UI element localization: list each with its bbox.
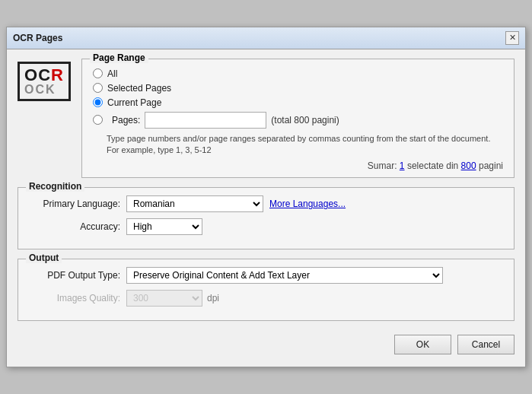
titlebar: OCR Pages ✕ [7,27,525,49]
radio-pages[interactable] [93,115,103,125]
accuracy-label: Accuracy: [29,221,120,232]
dpi-label: dpi [207,293,219,303]
output-section: Output PDF Output Type: Preserve Origina… [18,259,514,321]
sum-total: 800 [461,160,476,171]
radio-all-row: All [93,68,503,79]
close-button[interactable]: ✕ [505,31,519,45]
logo-top: OCR [24,67,64,84]
pages-input[interactable] [145,112,266,129]
radio-all-label[interactable]: All [107,68,117,79]
accuracy-select[interactable]: Low Normal High [126,218,202,235]
sum-middle: selectate din [405,160,461,171]
recognition-section: Recognition Primary Language: Romanian M… [18,187,514,249]
main-body: OCR OCK Page Range All Selected Pages [18,59,514,188]
logo-r: R [51,65,64,84]
page-range-title: Page Range [90,52,148,63]
sum-row: Sumar: 1 selectate din 800 pagini [93,160,503,171]
output-title: Output [26,253,62,263]
radio-selected[interactable] [93,83,103,93]
sum-count: 1 [400,160,405,171]
radio-all[interactable] [93,68,103,78]
hint-text: Type page numbers and/or page ranges sep… [107,133,503,157]
radio-current[interactable] [93,97,103,107]
images-quality-row: Images Quality: 300 dpi [29,290,503,307]
right-content: Page Range All Selected Pages Current Pa… [81,59,514,188]
radio-selected-label[interactable]: Selected Pages [107,83,171,94]
radio-pages-row: Pages: (total 800 pagini) [93,112,503,129]
images-quality-select[interactable]: 300 [126,290,202,307]
dialog: OCR Pages ✕ OCR OCK Page Range All [6,27,526,368]
sum-prefix: Sumar: [368,160,400,171]
dialog-title: OCR Pages [13,33,62,43]
logo-border: OCR OCK [18,62,71,101]
button-row: OK Cancel [18,330,514,357]
sum-suffix: pagini [476,160,503,171]
accuracy-row: Accuracy: Low Normal High [29,218,503,235]
recognition-title: Recognition [26,181,84,192]
primary-language-row: Primary Language: Romanian More Language… [29,195,503,212]
primary-language-select[interactable]: Romanian [126,195,263,212]
primary-language-label: Primary Language: [29,199,120,209]
pdf-output-label: PDF Output Type: [29,270,120,281]
radio-pages-label[interactable]: Pages: [112,115,140,126]
radio-current-row: Current Page [93,97,503,108]
more-languages-link[interactable]: More Languages... [269,199,346,209]
pdf-output-row: PDF Output Type: Preserve Original Conte… [29,267,503,284]
ok-button[interactable]: OK [394,335,451,354]
radio-current-label[interactable]: Current Page [107,97,161,108]
pdf-output-select[interactable]: Preserve Original Content & Add Text Lay… [126,267,443,284]
logo-bottom: OCK [24,84,64,96]
page-range-section: Page Range All Selected Pages Current Pa… [81,59,514,179]
images-quality-label: Images Quality: [29,293,120,303]
pages-total: (total 800 pagini) [271,115,339,126]
dialog-content: OCR OCK Page Range All Selected Pages [7,49,525,367]
ocr-logo: OCR OCK [18,59,71,104]
radio-selected-row: Selected Pages [93,83,503,94]
cancel-button[interactable]: Cancel [457,335,514,354]
